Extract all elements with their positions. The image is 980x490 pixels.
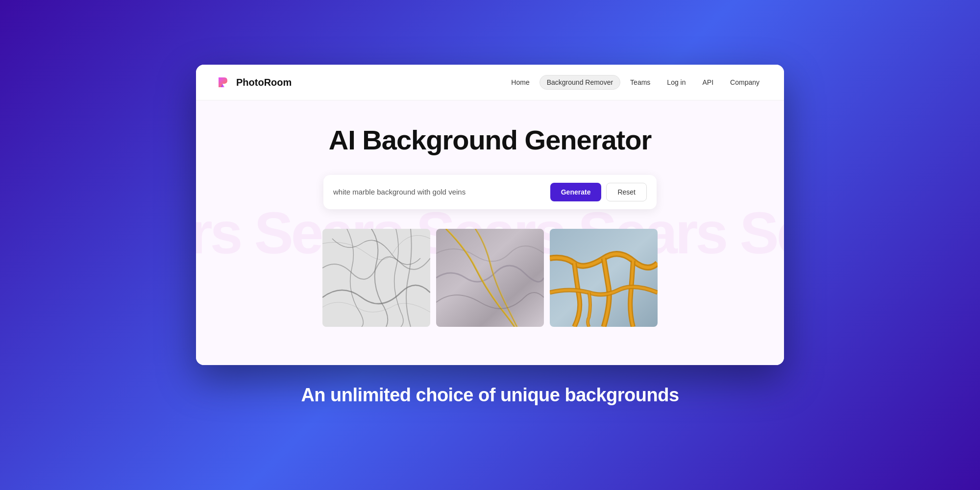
nav-links: Home Background Remover Teams Log in API… — [504, 75, 766, 90]
logo-text: PhotoRoom — [236, 77, 292, 88]
nav-login[interactable]: Log in — [660, 75, 692, 89]
main-content: Sears Sears Sears Sears Sears AI Backgro… — [196, 100, 784, 365]
bottom-tagline: An unlimited choice of unique background… — [291, 365, 688, 425]
prompt-input[interactable] — [333, 188, 550, 196]
nav-background-remover[interactable]: Background Remover — [539, 75, 620, 90]
outer-wrapper: PhotoRoom Home Background Remover Teams … — [196, 65, 784, 425]
gallery-item-2 — [436, 229, 544, 327]
navbar: PhotoRoom Home Background Remover Teams … — [196, 65, 784, 100]
hero-section: AI Background Generator Generate Reset — [216, 125, 764, 209]
logo-icon — [214, 74, 231, 91]
logo-area: PhotoRoom — [214, 74, 292, 91]
generate-button[interactable]: Generate — [550, 183, 602, 201]
marble-image-1 — [322, 229, 430, 327]
svg-rect-3 — [322, 229, 430, 327]
hero-title: AI Background Generator — [216, 125, 764, 155]
nav-api[interactable]: API — [696, 75, 721, 89]
nav-home[interactable]: Home — [504, 75, 536, 89]
gallery-item-3 — [550, 229, 658, 327]
nav-company[interactable]: Company — [723, 75, 766, 89]
search-buttons: Generate Reset — [550, 183, 647, 201]
browser-card: PhotoRoom Home Background Remover Teams … — [196, 65, 784, 365]
image-gallery — [216, 229, 764, 327]
marble-image-3 — [550, 229, 658, 327]
tagline-text: An unlimited choice of unique background… — [301, 385, 679, 406]
reset-button[interactable]: Reset — [606, 183, 647, 201]
nav-teams[interactable]: Teams — [623, 75, 657, 89]
gallery-item-1 — [322, 229, 430, 327]
svg-rect-5 — [550, 229, 658, 327]
search-container: Generate Reset — [323, 175, 657, 209]
marble-image-2 — [436, 229, 544, 327]
